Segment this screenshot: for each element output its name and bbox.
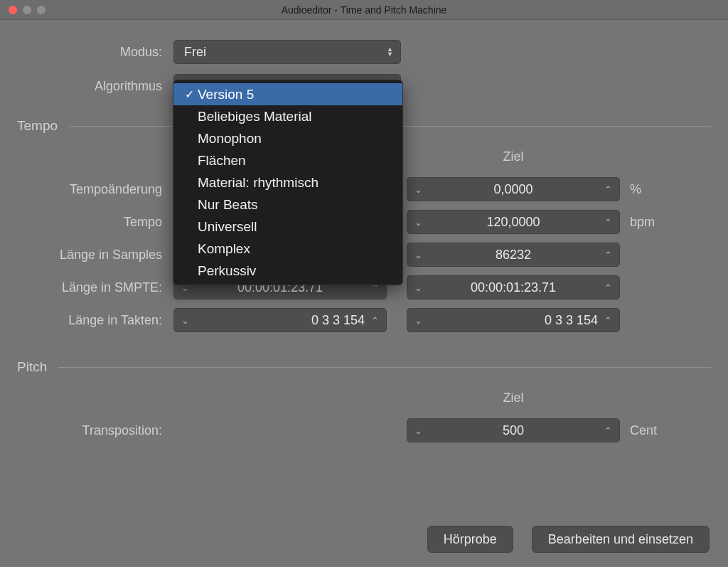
takten-original-field[interactable]: ⌄ 0 3 3 154 ⌃: [173, 308, 387, 332]
footer-buttons: Hörprobe Bearbeiten und einsetzen: [427, 526, 710, 553]
smpte-target-value: 00:00:01:23.71: [407, 280, 619, 295]
zoom-window-button[interactable]: [37, 6, 46, 14]
samples-label: Länge in Samples: [17, 248, 173, 263]
algorithmus-option[interactable]: ✓ Version 5: [173, 83, 402, 105]
check-icon: ✓: [181, 88, 198, 101]
chevron-up-icon[interactable]: ⌃: [604, 218, 612, 227]
algorithmus-option-label: Monophon: [198, 131, 262, 147]
takten-target-value: 0 3 3 154: [545, 313, 598, 328]
tempo-unit: bpm: [620, 215, 655, 230]
chevron-down-icon[interactable]: ⌄: [414, 250, 422, 260]
algorithmus-option[interactable]: Monophon: [173, 127, 402, 149]
algorithmus-option-label: Komplex: [198, 241, 250, 257]
window: Audioeditor - Time and Pitch Machine Mod…: [0, 0, 728, 567]
chevron-up-icon[interactable]: ⌃: [604, 250, 612, 260]
algorithmus-option[interactable]: Nur Beats: [173, 194, 402, 216]
chevron-down-icon[interactable]: ⌄: [414, 426, 422, 435]
algorithmus-option-label: Nur Beats: [198, 197, 257, 213]
divider: [58, 367, 711, 368]
window-title: Audioeditor - Time and Pitch Machine: [0, 4, 728, 16]
ziel-header: Ziel: [407, 149, 620, 164]
updown-icon: ▲▼: [387, 47, 393, 57]
chevron-up-icon[interactable]: ⌃: [371, 316, 379, 325]
pitch-grid: Ziel Transposition: ⌄ 500 ⌃ Cent: [17, 391, 711, 443]
algorithmus-option-label: Universell: [198, 219, 257, 235]
chevron-down-icon[interactable]: ⌄: [414, 218, 422, 227]
tempoaenderung-label: Tempoänderung: [17, 182, 173, 197]
apply-button[interactable]: Bearbeiten und einsetzen: [532, 526, 710, 553]
algorithmus-option[interactable]: Beliebiges Material: [173, 105, 402, 127]
chevron-up-icon[interactable]: ⌃: [604, 283, 612, 292]
traffic-lights: [0, 6, 46, 14]
takten-target-field[interactable]: ⌄ 0 3 3 154 ⌃: [407, 308, 620, 332]
tempoaenderung-unit: %: [620, 182, 641, 197]
preview-button[interactable]: Hörprobe: [427, 526, 513, 553]
smpte-label: Länge in SMPTE:: [17, 280, 173, 295]
takten-label: Länge in Takten:: [17, 313, 173, 328]
transposition-row: Transposition: ⌄ 500 ⌃ Cent: [17, 418, 711, 443]
samples-target-value: 86232: [407, 248, 619, 263]
smpte-target-field[interactable]: ⌄ 00:00:01:23.71 ⌃: [407, 275, 620, 300]
pitch-ziel-header-row: Ziel: [17, 391, 711, 413]
tempo-heading: Tempo: [17, 118, 69, 134]
transposition-unit: Cent: [620, 423, 657, 438]
tempo-target-value: 120,0000: [407, 215, 619, 230]
modus-row: Modus: Frei ▲▼: [17, 40, 711, 64]
pitch-section-head: Pitch: [17, 359, 711, 375]
chevron-up-icon[interactable]: ⌃: [604, 185, 612, 194]
algorithmus-option[interactable]: Universell: [173, 216, 402, 238]
algorithmus-popup-menu[interactable]: ✓ Version 5 Beliebiges Material Monophon…: [173, 80, 403, 285]
chevron-down-icon[interactable]: ⌄: [414, 283, 422, 292]
modus-dropdown[interactable]: Frei ▲▼: [173, 40, 401, 64]
chevron-up-icon[interactable]: ⌃: [604, 316, 612, 325]
algorithmus-option-label: Beliebiges Material: [198, 109, 312, 124]
algorithmus-option[interactable]: Flächen: [173, 149, 402, 171]
tempo-label: Tempo: [17, 215, 173, 230]
modus-value: Frei: [184, 45, 206, 60]
algorithmus-option-label: Version 5: [198, 87, 254, 102]
algorithmus-label: Algorithmus: [17, 79, 173, 94]
chevron-down-icon[interactable]: ⌄: [181, 316, 189, 325]
chevron-up-icon[interactable]: ⌃: [604, 426, 612, 435]
algorithmus-option[interactable]: Komplex: [173, 238, 402, 260]
titlebar: Audioeditor - Time and Pitch Machine: [0, 0, 728, 20]
transposition-label: Transposition:: [17, 423, 173, 438]
transposition-target-value: 500: [407, 423, 619, 438]
tempoaenderung-target-value: 0,0000: [407, 182, 619, 197]
algorithmus-option-label: Material: rhythmisch: [198, 175, 318, 191]
chevron-down-icon[interactable]: ⌄: [414, 185, 422, 194]
tempoaenderung-target-field[interactable]: ⌄ 0,0000 ⌃: [407, 177, 620, 201]
tempo-target-field[interactable]: ⌄ 120,0000 ⌃: [407, 210, 620, 234]
minimize-window-button[interactable]: [23, 6, 31, 14]
takten-original-value: 0 3 3 154: [311, 313, 365, 328]
samples-target-field[interactable]: ⌄ 86232 ⌃: [407, 243, 620, 267]
algorithmus-option[interactable]: Material: rhythmisch: [173, 171, 402, 194]
close-window-button[interactable]: [9, 6, 17, 14]
algorithmus-option-label: Perkussiv: [198, 263, 256, 279]
takten-row: Länge in Takten: ⌄ 0 3 3 154 ⌃ ⌄ 0 3 3 1…: [17, 308, 711, 332]
pitch-ziel-header: Ziel: [407, 391, 620, 406]
modus-label: Modus:: [17, 45, 173, 60]
algorithmus-option-label: Flächen: [198, 153, 246, 169]
transposition-target-field[interactable]: ⌄ 500 ⌃: [407, 418, 620, 443]
algorithmus-option[interactable]: Perkussiv: [173, 260, 402, 282]
pitch-heading: Pitch: [17, 359, 58, 375]
chevron-down-icon[interactable]: ⌄: [414, 316, 422, 325]
